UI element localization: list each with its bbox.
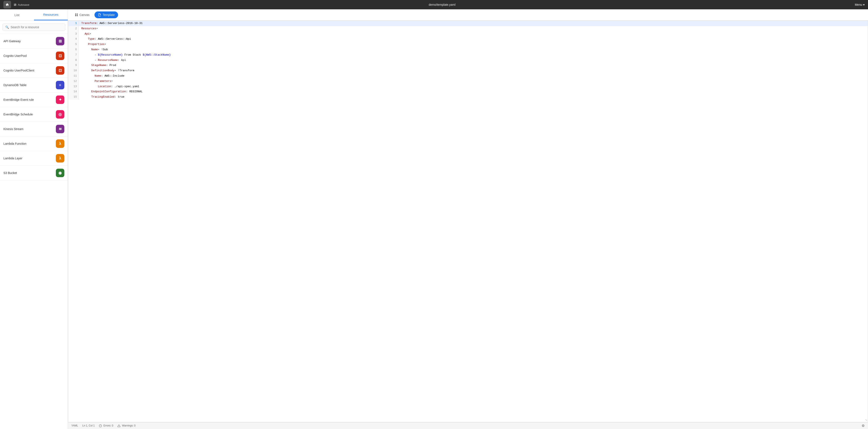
sidebar-search: 🔍 <box>0 21 68 34</box>
settings-gear-icon[interactable]: ⚙ <box>862 424 865 428</box>
resource-icon: ≡ <box>56 81 64 89</box>
code-line: StageName: Prod <box>79 63 868 68</box>
code-line: Resources▾ <box>79 26 868 31</box>
resource-item[interactable]: Cognito UserPoolClient⊡ <box>0 63 68 78</box>
resource-item[interactable]: Lambda Layerλ <box>0 151 68 166</box>
resource-name: Cognito UserPoolClient <box>3 69 34 72</box>
line-number: 15 <box>68 94 79 100</box>
errors-indicator: Errors: 0 <box>99 424 113 427</box>
tab-bar: Canvas Template <box>68 9 868 21</box>
code-line: Location: ./api-spec.yaml <box>79 84 868 89</box>
resource-icon: ✦ <box>56 96 64 104</box>
resource-icon: ≋ <box>56 125 64 133</box>
search-input[interactable] <box>11 26 62 29</box>
line-number: 5 <box>68 42 79 47</box>
home-button[interactable] <box>3 1 11 8</box>
sidebar: List Resources 🔍 API Gateway⊞Cognito Use… <box>0 9 68 429</box>
resource-name: DynamoDB Table <box>3 84 27 87</box>
line-number: 4 <box>68 36 79 42</box>
code-line: Properties▾ <box>79 42 868 47</box>
resource-item[interactable]: EventBridge Event rule✦ <box>0 93 68 107</box>
menu-label: Menu <box>855 3 862 6</box>
svg-rect-0 <box>75 13 76 14</box>
code-line: - ${ResourceName} From Stack ${AWS::Stac… <box>79 53 868 58</box>
autosave-label: Autosave <box>18 3 29 6</box>
resource-item[interactable]: API Gateway⊞ <box>0 34 68 48</box>
errors-label: Errors: 0 <box>103 424 113 427</box>
line-numbers: 123456789101112131415 <box>68 21 79 100</box>
line-number: 8 <box>68 58 79 63</box>
resource-item[interactable]: DynamoDB Table≡ <box>0 78 68 93</box>
svg-rect-3 <box>76 15 78 16</box>
resource-icon: ◎ <box>56 110 64 119</box>
autosave-indicator: Autosave <box>13 3 29 6</box>
warnings-indicator: Warnings: 0 <box>117 424 135 427</box>
status-bar: YAML Ln 1, Col 1 Errors: 0 Warnings: 0 ⚙ <box>68 422 868 429</box>
resource-item[interactable]: S3 Bucket◉ <box>0 166 68 180</box>
status-right: ⚙ <box>862 424 865 428</box>
resource-icon: λ <box>56 154 64 163</box>
code-line: DefinitionBody▾ !Transform <box>79 68 868 73</box>
resource-name: Lambda Function <box>3 142 26 145</box>
code-line: Name: AWS::Include <box>79 73 868 79</box>
code-line: - ResourceName: Api <box>79 58 868 63</box>
resource-icon: ◉ <box>56 169 64 177</box>
resource-name: Kinesis Stream <box>3 127 23 131</box>
line-number: 13 <box>68 84 79 89</box>
template-tab[interactable]: Template <box>94 11 118 18</box>
svg-rect-2 <box>75 15 76 16</box>
editor-container[interactable]: 123456789101112131415 Transform: AWS::Se… <box>68 21 868 422</box>
resource-item[interactable]: Kinesis Stream≋ <box>0 122 68 136</box>
resource-name: API Gateway <box>3 39 21 43</box>
line-number: 7 <box>68 53 79 58</box>
editor-inner: 123456789101112131415 Transform: AWS::Se… <box>68 21 868 100</box>
resource-item[interactable]: Lambda Functionλ <box>0 136 68 151</box>
language-indicator: YAML <box>71 424 78 427</box>
tab-resources[interactable]: Resources <box>34 9 68 20</box>
resource-icon: ⊞ <box>56 37 64 45</box>
resource-name: EventBridge Schedule <box>3 113 33 116</box>
template-tab-label: Template <box>102 13 115 16</box>
resource-icon: ⊡ <box>56 52 64 60</box>
line-number: 10 <box>68 68 79 73</box>
svg-rect-1 <box>76 13 78 14</box>
line-number: 9 <box>68 63 79 68</box>
resource-name: Lambda Layer <box>3 157 23 160</box>
canvas-tab[interactable]: Canvas <box>71 11 93 18</box>
top-bar-left: Autosave <box>3 1 29 8</box>
line-number: 12 <box>68 79 79 84</box>
line-number: 14 <box>68 89 79 94</box>
line-number: 3 <box>68 31 79 37</box>
search-input-wrap[interactable]: 🔍 <box>3 24 65 31</box>
line-number: 1 <box>68 21 79 26</box>
menu-button[interactable]: Menu ▾ <box>855 3 865 6</box>
line-number: 2 <box>68 26 79 31</box>
code-line: Parameters▾ <box>79 79 868 84</box>
resource-item[interactable]: Cognito UserPool⊡ <box>0 48 68 63</box>
code-line: Api▾ <box>79 31 868 37</box>
menu-chevron-icon: ▾ <box>863 3 865 6</box>
status-left: YAML Ln 1, Col 1 Errors: 0 Warnings: 0 <box>71 424 135 427</box>
code-line: TracingEnabled: true <box>79 94 868 100</box>
resize-handle[interactable]: ⤡ <box>865 419 867 422</box>
resource-icon: ⊡ <box>56 66 64 75</box>
tab-list[interactable]: List <box>0 9 34 20</box>
code-line: EndpointConfiguration: REGIONAL <box>79 89 868 94</box>
search-icon: 🔍 <box>5 26 9 29</box>
resource-list: API Gateway⊞Cognito UserPool⊡Cognito Use… <box>0 34 68 429</box>
top-bar: Autosave demo/template.yaml Menu ▾ <box>0 0 868 9</box>
resource-name: Cognito UserPool <box>3 54 27 58</box>
sidebar-tabs: List Resources <box>0 9 68 21</box>
resource-name: EventBridge Event rule <box>3 98 34 101</box>
code-line: Transform: AWS::Serverless-2016-10-31 <box>79 21 868 26</box>
canvas-tab-label: Canvas <box>80 13 89 16</box>
code-line: Type: AWS::Serverless::Api <box>79 36 868 42</box>
content-area: Canvas Template 123456789101112131415 Tr… <box>68 9 868 429</box>
resource-item[interactable]: EventBridge Schedule◎ <box>0 107 68 122</box>
code-lines[interactable]: Transform: AWS::Serverless-2016-10-31Res… <box>79 21 868 100</box>
line-number: 11 <box>68 73 79 79</box>
resource-name: S3 Bucket <box>3 171 17 175</box>
code-line: Name▾ !Sub <box>79 47 868 53</box>
main-layout: List Resources 🔍 API Gateway⊞Cognito Use… <box>0 9 868 429</box>
cursor-position: Ln 1, Col 1 <box>82 424 95 427</box>
